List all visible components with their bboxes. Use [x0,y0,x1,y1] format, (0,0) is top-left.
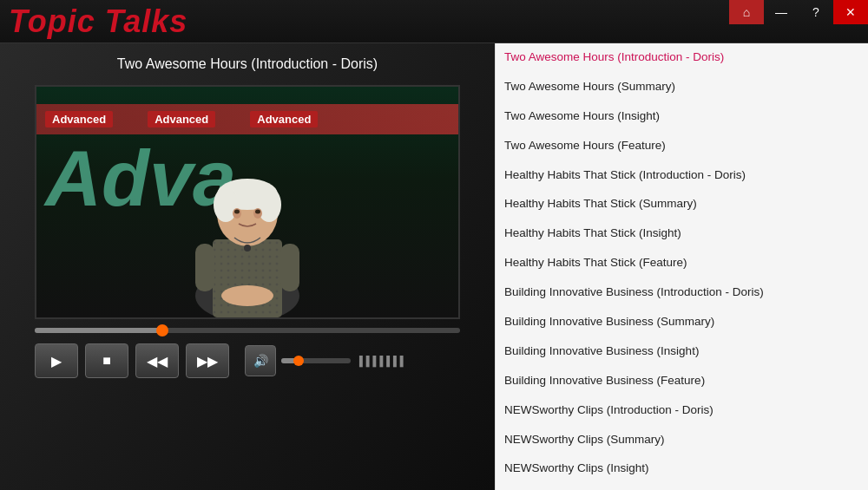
video-panel: Two Awesome Hours (Introduction - Doris)… [0,43,495,490]
rewind-button[interactable]: ◀◀ [135,343,179,378]
playlist-item[interactable]: NEWSworthy Clips (Introduction - Doris) [496,396,868,426]
playlist-item[interactable]: NEWSworthy Clips (Summary) [496,426,868,455]
volume-thumb[interactable] [293,356,304,366]
svg-point-16 [221,285,273,306]
volume-track[interactable] [281,358,351,363]
playlist-item[interactable]: Building Innovative Business (Summary) [496,308,868,337]
svg-point-11 [234,210,240,214]
home-button[interactable]: ⌂ [729,0,764,24]
app-title: Topic Talks [9,3,187,40]
playlist-item[interactable]: Two Awesome Hours (Feature) [496,132,868,161]
stop-button[interactable]: ■ [85,343,128,378]
main-content: Two Awesome Hours (Introduction - Doris)… [0,43,868,490]
title-bar: Topic Talks ⌂ — ? ✕ [0,0,868,43]
progress-fill [35,328,162,333]
progress-thumb[interactable] [156,324,168,336]
progress-track[interactable] [35,328,460,333]
progress-area [35,328,460,333]
video-placeholder: Advanced Advanced Advanced Adva [36,87,458,317]
playlist-item[interactable]: Building Innovative Business (Insight) [496,337,868,367]
playlist-item[interactable]: Two Awesome Hours (Insight) [496,102,868,132]
video-title: Two Awesome Hours (Introduction - Doris) [117,56,378,72]
playlist-item[interactable]: Healthy Habits That Stick (Insight) [496,219,868,249]
playlist-item[interactable]: NEWSworthy Clips (Insight) [496,454,868,484]
play-button[interactable]: ▶ [35,343,78,378]
video-container: Advanced Advanced Advanced Adva [35,85,460,319]
minimize-button[interactable]: — [764,0,799,24]
playlist-panel: Two Awesome Hours (Introduction - Doris)… [495,43,868,490]
playlist-item[interactable]: Two Awesome Hours (Summary) [496,73,868,102]
banner-item-3: Advanced [250,111,318,127]
playlist-item[interactable]: NEWSworthy Clips (Feature) [496,484,868,490]
volume-ticks: ▐▐▐▐▐▐▐ [356,356,404,366]
playlist-item[interactable]: Healthy Habits That Stick (Introduction … [496,161,868,191]
volume-button[interactable]: 🔊 [245,345,276,376]
playlist-item[interactable]: Healthy Habits That Stick (Summary) [496,190,868,219]
presenter-figure [169,135,326,317]
playlist-item[interactable]: Two Awesome Hours (Introduction - Doris) [496,43,868,73]
playlist-item[interactable]: Building Innovative Business (Feature) [496,367,868,396]
svg-point-12 [255,210,260,214]
svg-rect-15 [280,244,299,291]
svg-point-13 [244,245,251,252]
playlist-item[interactable]: Building Innovative Business (Introducti… [496,278,868,308]
close-button[interactable]: ✕ [833,0,868,24]
banner-item-2: Advanced [148,111,215,127]
volume-area: 🔊 ▐▐▐▐▐▐▐ [245,345,404,376]
controls-row: ▶ ■ ◀◀ ▶▶ 🔊 ▐▐▐▐▐▐▐ [35,343,460,378]
banner-item-1: Advanced [45,111,113,127]
svg-rect-14 [195,244,214,291]
volume-icon: 🔊 [253,354,268,368]
playlist-item[interactable]: Healthy Habits That Stick (Feature) [496,249,868,278]
playlist-scroll[interactable]: Two Awesome Hours (Introduction - Doris)… [496,43,868,490]
banner-strip: Advanced Advanced Advanced [36,104,458,134]
forward-button[interactable]: ▶▶ [186,343,229,378]
help-button[interactable]: ? [799,0,833,24]
window-controls: ⌂ — ? ✕ [729,0,868,24]
